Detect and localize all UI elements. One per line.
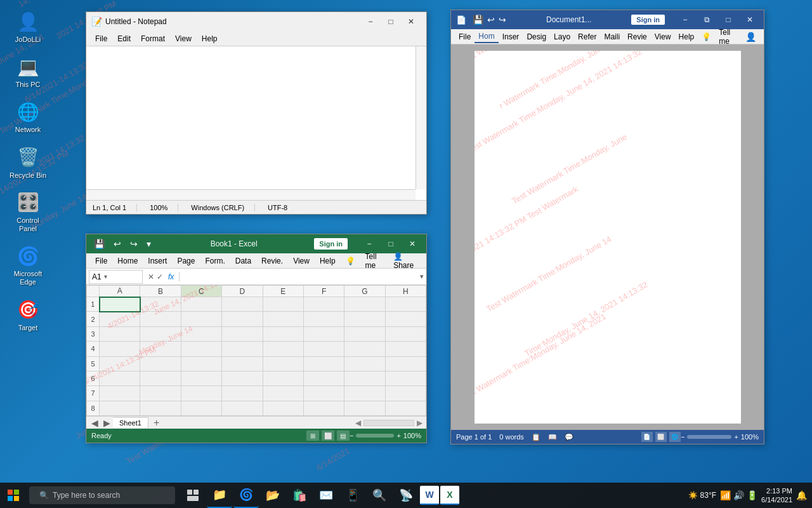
notepad-menu-file[interactable]: File xyxy=(90,33,112,44)
cell-g3[interactable] xyxy=(344,326,385,341)
excel-col-a[interactable]: A xyxy=(100,286,140,297)
taskbar-search-box[interactable]: 🔍 Type here to search xyxy=(29,486,175,504)
word-zoom-out-button[interactable]: − xyxy=(681,433,684,441)
cell-b4[interactable] xyxy=(140,342,181,356)
cell-c4[interactable] xyxy=(181,342,221,356)
desktop-icon-target[interactable]: 🎯 Target xyxy=(5,295,51,335)
cell-f4[interactable] xyxy=(303,342,344,356)
word-comments-icon[interactable]: 💬 xyxy=(565,433,573,441)
cell-g6[interactable] xyxy=(344,371,385,385)
cell-e5[interactable] xyxy=(263,356,303,371)
cell-b6[interactable] xyxy=(140,371,181,385)
cell-f8[interactable] xyxy=(303,401,344,415)
cell-h6[interactable] xyxy=(385,371,426,385)
excel-scroll-left-button[interactable]: ◀ xyxy=(355,418,361,427)
taskbar-mail-button[interactable]: ✉️ xyxy=(313,483,339,508)
cell-h2[interactable] xyxy=(385,312,426,326)
excel-menu-insert[interactable]: Insert xyxy=(143,255,172,267)
cell-h4[interactable] xyxy=(385,342,426,356)
cell-g2[interactable] xyxy=(344,312,385,326)
cell-e3[interactable] xyxy=(263,326,303,341)
excel-col-c[interactable]: C xyxy=(181,286,221,297)
cell-d2[interactable] xyxy=(222,312,263,326)
word-close-button[interactable]: ✕ xyxy=(741,11,759,29)
word-redo-button[interactable]: ↪ xyxy=(499,15,506,25)
cell-b3[interactable] xyxy=(140,326,181,341)
excel-next-sheet-button[interactable]: ▶ xyxy=(101,418,113,428)
word-read-mode-icon[interactable]: 📖 xyxy=(548,433,557,441)
desktop-icon-jodolli[interactable]: 👤 JoDoLLi xyxy=(5,6,51,46)
cell-d4[interactable] xyxy=(222,342,263,356)
cell-a6[interactable] xyxy=(100,371,140,385)
desktop-icon-control-panel[interactable]: 🎛️ Control Panel xyxy=(5,187,51,236)
taskbar-edge-button[interactable]: 🌀 xyxy=(233,483,259,508)
excel-sheet1-tab[interactable]: Sheet1 xyxy=(113,417,148,428)
battery-tray-icon[interactable]: 🔋 xyxy=(747,490,757,500)
word-tell-me[interactable]: Tell me xyxy=(715,27,742,47)
start-button[interactable] xyxy=(0,483,27,508)
word-menu-mailings[interactable]: Maili xyxy=(600,31,624,43)
desktop-icon-recycle-bin[interactable]: 🗑️ Recycle Bin xyxy=(5,142,51,182)
desktop-icon-edge[interactable]: 🌀 Microsoft Edge xyxy=(5,241,51,289)
cell-b2[interactable] xyxy=(140,312,181,326)
taskbar-phone-button[interactable]: 📱 xyxy=(340,483,365,508)
word-signin-button[interactable]: Sign in xyxy=(631,15,665,25)
notepad-horizontal-scrollbar[interactable] xyxy=(86,189,416,200)
cell-h8[interactable] xyxy=(385,401,426,415)
taskbar-search-button[interactable]: 🔍 xyxy=(367,483,392,508)
cell-e6[interactable] xyxy=(263,371,303,385)
notepad-maximize-button[interactable]: □ xyxy=(381,12,401,31)
cell-b7[interactable] xyxy=(140,386,181,401)
excel-redo-button[interactable]: ↪ xyxy=(128,237,140,250)
taskbar-word-button[interactable]: W xyxy=(420,486,439,505)
cell-g1[interactable] xyxy=(344,297,385,312)
cell-c6[interactable] xyxy=(181,371,221,385)
word-zoom-slider-track[interactable] xyxy=(687,435,731,439)
cell-e1[interactable] xyxy=(263,297,303,312)
excel-scroll-right-button[interactable]: ▶ xyxy=(417,418,422,427)
word-hint-icon[interactable]: 💡 xyxy=(698,31,715,43)
notepad-menu-help[interactable]: Help xyxy=(197,33,223,44)
cell-g7[interactable] xyxy=(344,386,385,401)
word-menu-home[interactable]: Hom xyxy=(475,30,498,43)
excel-col-h[interactable]: H xyxy=(385,286,426,297)
cell-h1[interactable] xyxy=(385,297,426,312)
excel-cancel-formula-button[interactable]: ✕ xyxy=(148,272,154,281)
cell-a1[interactable] xyxy=(100,297,140,312)
cell-c7[interactable] xyxy=(181,386,221,401)
notepad-menu-edit[interactable]: Edit xyxy=(112,33,136,44)
cell-e2[interactable] xyxy=(263,312,303,326)
excel-confirm-formula-button[interactable]: ✓ xyxy=(157,272,163,281)
word-minimize-button[interactable]: − xyxy=(676,11,694,29)
excel-normal-view-button[interactable]: ⊞ xyxy=(306,431,319,441)
excel-page-break-view-button[interactable]: ▤ xyxy=(337,431,350,441)
cell-a4[interactable] xyxy=(100,342,140,356)
taskbar-network-button[interactable]: 📡 xyxy=(393,483,419,508)
word-menu-file[interactable]: File xyxy=(455,31,475,43)
excel-qat-more-button[interactable]: ▾ xyxy=(144,237,154,250)
excel-page-layout-view-button[interactable]: ⬜ xyxy=(322,431,334,441)
cell-h7[interactable] xyxy=(385,386,426,401)
notepad-minimize-button[interactable]: − xyxy=(360,12,381,31)
cell-d7[interactable] xyxy=(222,386,263,401)
cell-c3[interactable] xyxy=(181,326,221,341)
network-tray-icon[interactable]: 📶 xyxy=(720,490,731,500)
cell-d3[interactable] xyxy=(222,326,263,341)
cell-a5[interactable] xyxy=(100,356,140,371)
taskbar-store-button[interactable]: 🛍️ xyxy=(287,483,312,508)
cell-d1[interactable] xyxy=(222,297,263,312)
word-menu-references[interactable]: Refer xyxy=(574,31,600,43)
word-user-icon[interactable]: 👤 xyxy=(742,30,760,43)
desktop-icon-network[interactable]: 🌐 Network xyxy=(5,97,51,137)
excel-tell-me[interactable]: Tell me xyxy=(360,251,389,271)
excel-menu-home[interactable]: Home xyxy=(112,255,143,267)
excel-menu-review[interactable]: Revie. xyxy=(256,255,288,267)
cell-b8[interactable] xyxy=(140,401,181,415)
volume-tray-icon[interactable]: 🔊 xyxy=(733,490,744,500)
cell-c5[interactable] xyxy=(181,356,221,371)
word-menu-layout[interactable]: Layo xyxy=(550,31,574,43)
word-save-button[interactable]: 💾 xyxy=(473,15,483,25)
excel-insert-function-button[interactable]: fx xyxy=(166,272,176,281)
excel-menu-view[interactable]: View xyxy=(288,255,315,267)
excel-col-g[interactable]: G xyxy=(344,286,385,297)
